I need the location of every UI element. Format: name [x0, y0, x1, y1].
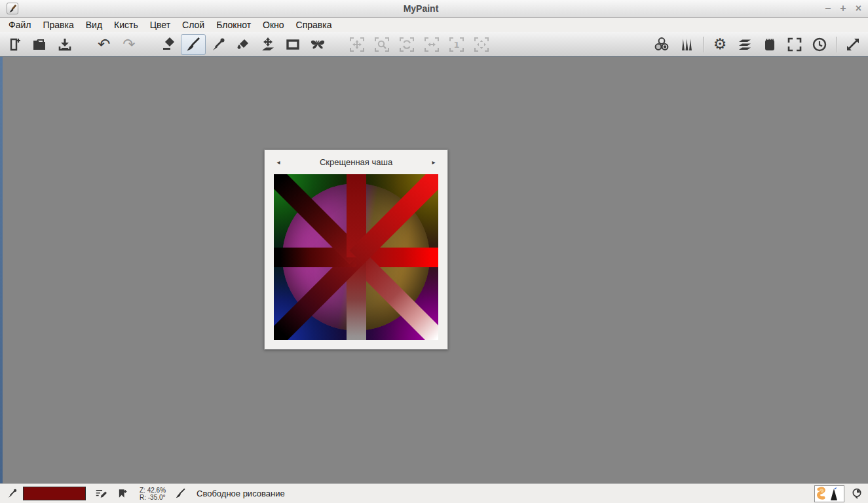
- eyedropper-icon: [210, 37, 226, 52]
- mypaint-logo-icon: [9, 5, 17, 13]
- pan-view-icon: [349, 36, 366, 53]
- titlebar: MyPaint − + ×: [0, 0, 868, 18]
- dock-edge-strip[interactable]: [0, 57, 3, 483]
- mirror-view-icon: [423, 36, 440, 53]
- rotate-view-button[interactable]: [394, 34, 419, 55]
- move-layer-icon: [260, 37, 276, 52]
- window-title: MyPaint: [0, 3, 842, 14]
- window-controls: − + ×: [825, 3, 861, 14]
- fit-view-button[interactable]: [469, 34, 494, 55]
- menu-layer[interactable]: Слой: [176, 19, 210, 31]
- save-file-button[interactable]: [52, 34, 77, 55]
- statusbar-eyedropper-icon[interactable]: [7, 488, 18, 499]
- close-button[interactable]: ×: [856, 3, 861, 14]
- layers-button[interactable]: [732, 34, 757, 55]
- rotate-view-icon: [398, 36, 415, 53]
- paintbrush-icon: [185, 37, 201, 52]
- layers-icon: [736, 36, 753, 53]
- current-color-swatch[interactable]: [23, 487, 86, 500]
- menu-file[interactable]: Файл: [3, 19, 37, 31]
- zoom-100-icon: 1: [448, 36, 465, 53]
- fill-tool-button[interactable]: [231, 34, 255, 55]
- zoom-view-icon: [373, 36, 390, 53]
- color-triad-button[interactable]: [649, 34, 674, 55]
- gear-icon: ⚙: [713, 37, 727, 52]
- menu-help[interactable]: Справка: [290, 19, 338, 31]
- open-file-button[interactable]: [28, 34, 52, 55]
- right-toolbar-group: ⚙: [649, 34, 865, 55]
- file-tools-group: [3, 34, 77, 55]
- history-button[interactable]: [807, 34, 832, 55]
- symmetry-status-icon[interactable]: [851, 488, 863, 500]
- zoom-value: Z: 42.6%: [140, 487, 166, 494]
- view-tools-group: 1: [345, 34, 494, 55]
- menu-edit[interactable]: Правка: [37, 19, 79, 31]
- color-dialog-title: Скрещенная чаша: [282, 157, 430, 167]
- eraser-icon: [160, 37, 176, 52]
- svg-text:1: 1: [453, 39, 459, 49]
- fullscreen-icon: [786, 36, 803, 53]
- toolbar-separator: [703, 37, 704, 52]
- toolbar: ↶ ↷: [0, 32, 868, 57]
- fullscreen-button[interactable]: [782, 34, 807, 55]
- maximize-button[interactable]: +: [840, 3, 846, 14]
- undo-redo-group: ↶ ↷: [92, 34, 142, 55]
- current-mode-label: Свободное рисование: [197, 489, 285, 498]
- mypaint-window: MyPaint − + × Файл Правка Вид Кисть Цвет…: [0, 0, 868, 503]
- redo-icon: ↷: [123, 37, 135, 52]
- statusbar: Z: 42.6% R: -35.0° Свободное рисование: [0, 483, 868, 503]
- menu-window[interactable]: Окно: [257, 19, 290, 31]
- fit-view-icon: [473, 36, 490, 53]
- prev-picker-arrow[interactable]: ◂: [274, 158, 282, 166]
- open-file-icon: [31, 37, 48, 52]
- brush-preview-button[interactable]: [814, 485, 844, 502]
- undo-icon: ↶: [98, 37, 110, 52]
- minimize-button[interactable]: −: [825, 3, 831, 14]
- move-layer-tool-button[interactable]: [255, 34, 280, 55]
- app-icon[interactable]: [7, 3, 18, 14]
- crossed-bowl-picker[interactable]: [274, 174, 438, 340]
- scratchpad-button[interactable]: [757, 34, 782, 55]
- statusbar-right: [814, 485, 863, 502]
- menu-brush[interactable]: Кисть: [108, 19, 144, 31]
- canvas-area[interactable]: ◂ Скрещенная чаша ▸: [0, 57, 868, 483]
- eraser-tool-button[interactable]: [156, 34, 181, 55]
- mirror-view-button[interactable]: [419, 34, 444, 55]
- bookmark-add-icon[interactable]: [117, 488, 128, 499]
- zoom-view-button[interactable]: [369, 34, 394, 55]
- expand-window-button[interactable]: [840, 34, 865, 55]
- brush-list-icon: [678, 36, 695, 53]
- butterfly-icon: [309, 37, 326, 52]
- menu-scratchpad[interactable]: Блокнот: [210, 19, 257, 31]
- next-picker-arrow[interactable]: ▸: [430, 158, 438, 166]
- new-file-button[interactable]: [3, 34, 28, 55]
- paintbrush-tool-button[interactable]: [181, 34, 206, 55]
- symmetry-tool-button[interactable]: [305, 34, 330, 55]
- pan-view-button[interactable]: [345, 34, 369, 55]
- undo-button[interactable]: ↶: [92, 34, 117, 55]
- color-picker-dialog: ◂ Скрещенная чаша ▸: [264, 149, 448, 350]
- color-dialog-header: ◂ Скрещенная чаша ▸: [265, 150, 447, 174]
- menu-color[interactable]: Цвет: [144, 19, 176, 31]
- new-file-icon: [7, 37, 23, 52]
- view-zoom-rotation: Z: 42.6% R: -35.0°: [140, 487, 166, 501]
- statusbar-brush-icon: [175, 488, 186, 499]
- frame-icon: [285, 37, 301, 52]
- brush-settings-button[interactable]: ⚙: [708, 34, 732, 55]
- paint-tools-group: [156, 34, 330, 55]
- redo-button[interactable]: ↷: [117, 34, 142, 55]
- scratchpad-icon: [761, 36, 778, 53]
- brush-preview-icon: [815, 486, 844, 502]
- fill-bucket-icon: [235, 37, 251, 52]
- frame-tool-button[interactable]: [280, 34, 305, 55]
- rotation-value: R: -35.0°: [140, 494, 166, 501]
- zoom-100-button[interactable]: 1: [444, 34, 469, 55]
- color-picker-tool-button[interactable]: [206, 34, 231, 55]
- menu-view[interactable]: Вид: [80, 19, 108, 31]
- history-clock-icon: [811, 36, 828, 53]
- menubar: Файл Правка Вид Кисть Цвет Слой Блокнот …: [0, 18, 868, 32]
- edit-brush-icon[interactable]: [95, 488, 107, 499]
- toolbar-separator: [836, 37, 837, 52]
- color-triad-icon: [653, 36, 670, 53]
- brush-list-button[interactable]: [674, 34, 699, 55]
